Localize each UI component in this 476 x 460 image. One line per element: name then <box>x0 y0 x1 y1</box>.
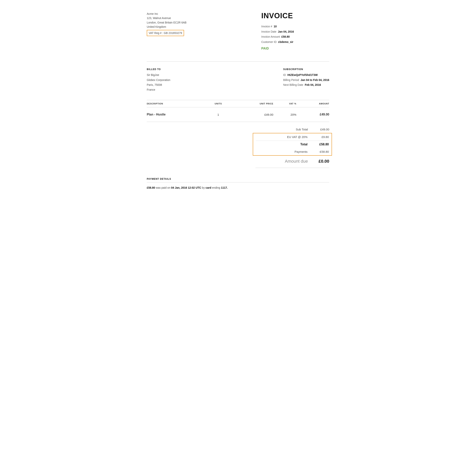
invoice-header: Acme Inc 123, Walnut Avenue London, Grea… <box>147 12 329 52</box>
company-address3: United Kingdom <box>147 25 187 29</box>
subscription-title: SUBSCRIPTION <box>283 67 329 72</box>
amount-due-value: £0.00 <box>312 159 329 164</box>
invoice-date-value: Jan 04, 2016 <box>278 30 294 33</box>
row-vat: 20% <box>273 107 297 122</box>
billing-period-value: Jan 04 to Feb 04, 2016 <box>300 78 329 82</box>
col-description: DESCRIPTION <box>147 100 207 107</box>
billed-to-country: France <box>147 87 170 92</box>
vat-row: EU VAT @ 20% £9.80 <box>256 133 329 141</box>
payment-card-num: 1117. <box>221 186 228 189</box>
total-value: £58.80 <box>311 143 329 146</box>
amount-due-row: Amount due £0.00 <box>255 156 329 166</box>
totals-section: Sub Total £49.00 EU VAT @ 20% £9.80 Tota… <box>147 125 329 168</box>
col-vat: VAT % <box>273 100 297 107</box>
next-billing-label: Next Billing Date <box>283 83 303 86</box>
invoice-customer-value: cbdemo_sir <box>278 40 293 43</box>
invoice-meta: Invoice # 10 Invoice Date Jan 04, 2016 I… <box>261 24 329 52</box>
company-address2: London, Great Britain EC2R 6AB <box>147 20 187 25</box>
highlighted-totals-box: EU VAT @ 20% £9.80 Total £58.80 Payments… <box>253 133 332 156</box>
col-unit-price: UNIT PRICE <box>230 100 273 107</box>
subscription-id-label: ID <box>283 73 286 77</box>
subscription-id-value: HtZEwQzPYofShd1T3W <box>287 73 318 77</box>
company-info: Acme Inc 123, Walnut Avenue London, Grea… <box>147 12 187 52</box>
billing-period-label: Billing Period <box>283 78 299 82</box>
payment-details-section: PAYMENT DETAILS £58.80 was paid on 04 Ja… <box>147 178 329 190</box>
company-address1: 123, Walnut Avenue <box>147 16 187 20</box>
table-body: Plan - Hustle 1 £49.00 20% £49.00 <box>147 107 329 122</box>
payment-ending: ending <box>212 186 220 189</box>
row-units: 1 <box>207 107 230 122</box>
subscription-section: SUBSCRIPTION ID HtZEwQzPYofShd1T3W Billi… <box>283 67 329 92</box>
invoice-date-row: Invoice Date Jan 04, 2016 <box>261 29 329 34</box>
subtotal-value: £49.00 <box>312 128 329 131</box>
payment-was-paid: was paid on <box>156 186 170 189</box>
invoice-customer-label: Customer ID <box>261 40 277 43</box>
billing-section: BILLED TO Sir BigJoe Globex Corporation … <box>147 67 329 92</box>
table-row: Plan - Hustle 1 £49.00 20% £49.00 <box>147 107 329 122</box>
subtotal-label: Sub Total <box>255 128 312 131</box>
table-header: DESCRIPTION UNITS UNIT PRICE VAT % AMOUN… <box>147 100 329 107</box>
amount-due-label: Amount due <box>255 159 312 164</box>
col-amount: AMOUNT <box>297 100 329 107</box>
payments-row: Payments -£58.80 <box>256 148 329 155</box>
next-billing-row: Next Billing Date Feb 04, 2016 <box>283 83 329 87</box>
billed-to-company: Globex Corporation <box>147 78 170 83</box>
total-row: Total £58.80 <box>256 141 329 148</box>
invoice-number-value: 10 <box>274 25 277 28</box>
invoice-number-label: Invoice # <box>261 25 272 28</box>
payments-label: Payments <box>256 150 311 153</box>
billed-to-section: BILLED TO Sir BigJoe Globex Corporation … <box>147 67 170 92</box>
payment-method: card <box>206 186 211 189</box>
invoice-title-section: INVOICE Invoice # 10 Invoice Date Jan 04… <box>261 12 329 52</box>
invoice-number-row: Invoice # 10 <box>261 24 329 29</box>
payment-date: 04 Jan, 2016 12:02 UTC <box>171 186 201 189</box>
row-amount: £49.00 <box>297 107 329 122</box>
invoice-date-label: Invoice Date <box>261 30 276 33</box>
invoice-customer-row: Customer ID cbdemo_sir <box>261 39 329 45</box>
invoice-amount-row: Invoice Amount £58.80 <box>261 34 329 39</box>
billed-to-name: Sir BigJoe <box>147 73 170 77</box>
billed-to-city: Paris, 75008 <box>147 83 170 87</box>
payments-value: -£58.80 <box>311 150 329 153</box>
amount-due-divider <box>255 168 329 168</box>
row-description: Plan - Hustle <box>147 107 207 122</box>
invoice-title: INVOICE <box>261 12 329 20</box>
payment-amount: £58.80 <box>147 186 155 189</box>
billing-period-row: Billing Period Jan 04 to Feb 04, 2016 <box>283 78 329 83</box>
row-unit-price: £49.00 <box>230 107 273 122</box>
col-units: UNITS <box>207 100 230 107</box>
invoice-status: PAID <box>261 46 329 51</box>
subscription-id-row: ID HtZEwQzPYofShd1T3W <box>283 73 329 77</box>
payment-by: by <box>202 186 205 189</box>
vat-label: EU VAT @ 20% <box>256 135 311 139</box>
next-billing-value: Feb 04, 2016 <box>305 83 321 86</box>
company-name: Acme Inc <box>147 12 187 16</box>
billed-to-title: BILLED TO <box>147 67 170 72</box>
totals-table: Sub Total £49.00 EU VAT @ 20% £9.80 Tota… <box>255 125 329 168</box>
subtotal-row: Sub Total £49.00 <box>255 125 329 133</box>
vat-value: £9.80 <box>311 135 329 139</box>
payment-details-title: PAYMENT DETAILS <box>147 178 329 182</box>
invoice-table: DESCRIPTION UNITS UNIT PRICE VAT % AMOUN… <box>147 100 329 122</box>
invoice-amount-label: Invoice Amount <box>261 35 280 38</box>
payment-text: £58.80 was paid on 04 Jan, 2016 12:02 UT… <box>147 186 329 190</box>
total-label: Total <box>256 143 311 146</box>
invoice-amount-value: £58.80 <box>281 35 290 38</box>
vat-reg-number: VAT Reg # : GB 231653279 <box>147 30 184 36</box>
